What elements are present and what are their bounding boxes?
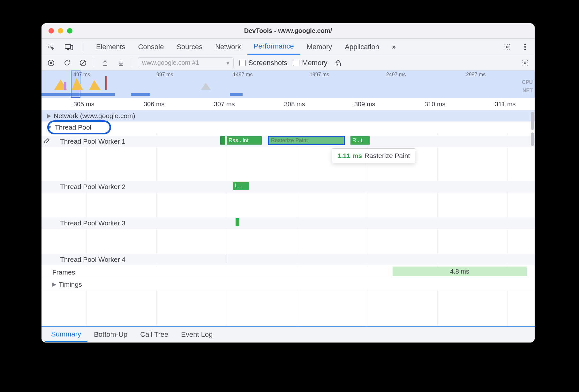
tooltip-name: Rasterize Paint <box>365 152 410 159</box>
panel-tabs: Elements Console Sources Network Perform… <box>90 39 494 55</box>
flame-chart[interactable]: ▶ Network (www.google.com) ▼ Thread Pool… <box>41 110 535 326</box>
thread-pool-label: Thread Pool <box>55 124 91 131</box>
flame-event-selected[interactable]: Rasterize Paint <box>268 136 345 145</box>
recording-selector[interactable]: www.google.com #1 ▾ <box>138 57 234 68</box>
tab-network[interactable]: Network <box>209 40 247 54</box>
tab-elements[interactable]: Elements <box>90 40 132 54</box>
tab-application[interactable]: Application <box>338 40 386 54</box>
traffic-lights <box>49 28 72 34</box>
flame-event[interactable]: I... <box>233 182 249 190</box>
tab-performance[interactable]: Performance <box>247 39 300 55</box>
zoom-window-button[interactable] <box>67 28 72 34</box>
disclosure-down-icon[interactable]: ▼ <box>47 124 52 130</box>
event-tooltip: 1.11 msRasterize Paint <box>332 148 415 163</box>
frame-duration-text: 4.8 ms <box>450 268 469 275</box>
disclosure-right-icon[interactable]: ▶ <box>47 113 51 119</box>
disclosure-right-icon[interactable]: ▶ <box>52 281 56 287</box>
network-track-label: Network (www.google.com) <box>54 112 135 120</box>
tab-sources[interactable]: Sources <box>170 40 209 54</box>
screenshots-checkbox[interactable]: Screenshots <box>239 59 287 67</box>
devtools-window: DevTools - www.google.com/ Elements Cons… <box>41 23 535 343</box>
recording-name: www.google.com #1 <box>142 59 199 66</box>
vertical-scrollbar[interactable] <box>531 132 534 146</box>
tab-summary[interactable]: Summary <box>45 328 87 342</box>
collect-garbage-icon[interactable] <box>333 58 343 68</box>
details-tabs: Summary Bottom-Up Call Tree Event Log <box>41 326 535 343</box>
separator <box>94 58 94 68</box>
timings-label: Timings <box>59 281 82 288</box>
device-toolbar-icon[interactable] <box>64 42 74 52</box>
timeline-overview[interactable]: 497 ms 997 ms 1497 ms 1997 ms 2497 ms 29… <box>41 71 535 98</box>
settings-icon[interactable] <box>502 42 512 52</box>
separator <box>82 42 82 52</box>
svg-marker-12 <box>72 78 83 90</box>
edit-icon[interactable] <box>44 138 50 145</box>
memory-label: Memory <box>302 59 327 67</box>
svg-rect-1 <box>65 44 71 49</box>
chevron-down-icon: ▾ <box>226 59 229 67</box>
svg-point-10 <box>524 62 526 64</box>
svg-point-8 <box>50 62 52 64</box>
tab-memory[interactable]: Memory <box>300 40 338 54</box>
svg-point-3 <box>506 46 508 48</box>
track-header-timings[interactable]: ▶ Timings <box>41 279 535 290</box>
overview-net-bar <box>131 93 150 96</box>
frame-duration-bar[interactable]: 4.8 ms <box>393 267 527 276</box>
kebab-menu-icon[interactable] <box>520 42 530 52</box>
overview-tick: 2497 ms <box>386 72 406 78</box>
record-button[interactable] <box>46 58 56 68</box>
overview-cpu-chart <box>41 76 137 90</box>
track-row-worker2[interactable]: Thread Pool Worker 2 <box>41 181 535 192</box>
ruler-tick: 305 ms <box>73 101 94 108</box>
ruler-tick: 307 ms <box>214 101 235 108</box>
flame-event[interactable]: Ras...int <box>227 136 262 145</box>
overview-net-bar <box>230 93 243 96</box>
minimize-window-button[interactable] <box>58 28 63 34</box>
frames-label: Frames <box>52 268 75 276</box>
separator <box>132 58 132 68</box>
overview-cpu-label: CPU <box>522 79 533 85</box>
tooltip-duration: 1.11 ms <box>337 152 362 159</box>
tab-more[interactable]: » <box>386 40 402 54</box>
tab-console[interactable]: Console <box>132 40 170 54</box>
ruler-tick: 310 ms <box>425 101 446 108</box>
ruler-tick: 308 ms <box>284 101 305 108</box>
ruler-tick: 311 ms <box>495 101 516 108</box>
overview-cpu-chart <box>201 79 220 90</box>
track-row-worker3[interactable]: Thread Pool Worker 3 <box>41 217 535 229</box>
close-window-button[interactable] <box>49 28 54 34</box>
overview-tick: 2997 ms <box>466 72 485 78</box>
flame-event[interactable] <box>220 136 225 145</box>
detail-ruler[interactable]: 305 ms 306 ms 307 ms 308 ms 309 ms 310 m… <box>41 98 535 110</box>
screenshots-label: Screenshots <box>248 59 287 67</box>
upload-icon[interactable] <box>100 58 110 68</box>
svg-rect-14 <box>64 82 66 90</box>
inspect-element-icon[interactable] <box>46 42 56 52</box>
flame-event[interactable]: R...t <box>350 136 370 145</box>
worker3-label: Thread Pool Worker 3 <box>60 219 125 227</box>
tab-call-tree[interactable]: Call Tree <box>134 328 175 341</box>
svg-rect-15 <box>105 76 107 90</box>
main-toolbar: Elements Console Sources Network Perform… <box>41 39 535 55</box>
flame-event[interactable] <box>236 218 239 226</box>
screenshots-checkbox-input[interactable] <box>239 60 246 66</box>
track-row-worker4[interactable]: Thread Pool Worker 4 <box>41 254 535 265</box>
ruler-tick: 306 ms <box>144 101 165 108</box>
download-icon[interactable] <box>116 58 126 68</box>
svg-marker-16 <box>201 83 211 90</box>
capture-settings-icon[interactable] <box>520 58 530 68</box>
flame-event[interactable] <box>227 254 227 263</box>
svg-rect-2 <box>71 45 73 50</box>
track-header-thread-pool[interactable]: ▼ Thread Pool <box>41 122 535 133</box>
reload-record-button[interactable] <box>62 58 72 68</box>
memory-checkbox[interactable]: Memory <box>293 59 327 67</box>
window-title: DevTools - www.google.com/ <box>41 27 535 34</box>
overview-net-label: NET <box>523 88 533 94</box>
vertical-scrollbar[interactable] <box>531 112 534 130</box>
clear-button[interactable] <box>78 58 88 68</box>
tab-bottom-up[interactable]: Bottom-Up <box>87 328 134 341</box>
worker2-label: Thread Pool Worker 2 <box>60 183 125 191</box>
track-header-network[interactable]: ▶ Network (www.google.com) <box>41 110 535 122</box>
memory-checkbox-input[interactable] <box>293 60 299 66</box>
tab-event-log[interactable]: Event Log <box>175 328 219 341</box>
